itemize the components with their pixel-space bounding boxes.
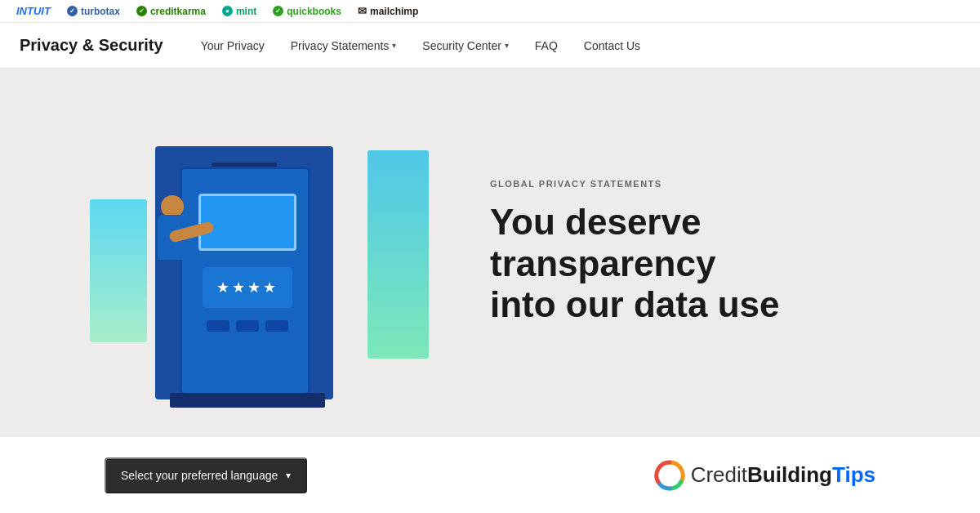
atm-stars: ★★★★ xyxy=(216,279,278,297)
mailchimp-icon: ✉ xyxy=(358,5,367,17)
svg-point-1 xyxy=(663,469,676,482)
hero-eyebrow: GLOBAL PRIVACY STATEMENTS xyxy=(490,179,931,189)
atm-button-2 xyxy=(236,320,259,332)
deco-rect-left xyxy=(90,199,147,342)
nav-bar: Privacy & Security Your Privacy Privacy … xyxy=(0,23,980,69)
creditkarma-check-icon: ✓ xyxy=(136,6,147,16)
cbt-icon xyxy=(653,459,686,492)
nav-links: Your Privacy Privacy Statements ▾ Securi… xyxy=(189,33,960,59)
atm-keypad: ★★★★ xyxy=(203,267,292,308)
bottom-bar: Select your preferred language ▾ Credit … xyxy=(0,436,980,513)
turbotax-check-icon: ✓ xyxy=(67,6,78,16)
quickbooks-check-icon: ✓ xyxy=(273,6,283,16)
mint-check-icon: ● xyxy=(222,6,233,16)
nav-link-your-privacy[interactable]: Your Privacy xyxy=(189,33,276,59)
deco-rect-right xyxy=(368,150,429,359)
nav-logo: Privacy & Security xyxy=(20,36,163,55)
cbt-building-text: Building xyxy=(747,462,832,488)
hero-illustration: ★★★★ xyxy=(0,69,457,436)
atm-screen xyxy=(198,194,296,251)
brand-bar: INTUIT ✓ turbotax ✓ creditkarma ● mint ✓… xyxy=(0,0,980,23)
brand-quickbooks[interactable]: ✓ quickbooks xyxy=(273,6,341,17)
privacy-statements-chevron-icon: ▾ xyxy=(392,41,396,50)
nav-link-faq[interactable]: FAQ xyxy=(523,33,569,59)
security-center-chevron-icon: ▾ xyxy=(505,41,509,50)
hero-headline: You deserve transparency into our data u… xyxy=(490,202,882,326)
atm-button-1 xyxy=(207,320,229,332)
language-chevron-icon: ▾ xyxy=(286,470,291,481)
atm-button-row xyxy=(207,320,288,332)
hero-content: GLOBAL PRIVACY STATEMENTS You deserve tr… xyxy=(457,130,980,375)
language-selector-label: Select your preferred language xyxy=(121,469,278,482)
brand-creditkarma[interactable]: ✓ creditkarma xyxy=(136,6,206,17)
nav-link-privacy-statements[interactable]: Privacy Statements ▾ xyxy=(279,33,408,59)
nav-link-security-center[interactable]: Security Center ▾ xyxy=(411,33,519,59)
atm-base xyxy=(170,393,325,408)
brand-mailchimp[interactable]: ✉ mailchimp xyxy=(358,5,418,17)
atm-button-3 xyxy=(265,320,288,332)
cbt-tips-text: Tips xyxy=(832,462,875,488)
brand-turbotax[interactable]: ✓ turbotax xyxy=(67,6,120,17)
atm-machine: ★★★★ xyxy=(180,167,310,395)
brand-intuit[interactable]: INTUIT xyxy=(16,5,51,17)
hero-section: ★★★★ GLOBAL PRIVACY STATEMENTS You deser… xyxy=(0,69,980,436)
nav-link-contact-us[interactable]: Contact Us xyxy=(572,33,652,59)
cbt-credit-text: Credit xyxy=(691,462,747,488)
brand-mint[interactable]: ● mint xyxy=(222,6,256,17)
credit-building-tips-logo: Credit Building Tips xyxy=(653,459,875,492)
language-selector[interactable]: Select your preferred language ▾ xyxy=(105,457,307,493)
